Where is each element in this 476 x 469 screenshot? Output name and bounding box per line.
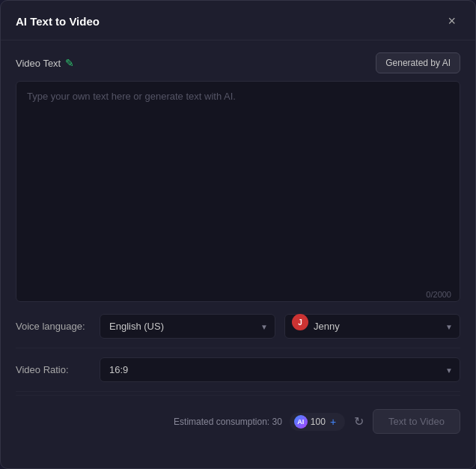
modal-body: Video Text ✎ Generated by AI 0/2000 Voic… <box>1 40 475 453</box>
refresh-button[interactable]: ↻ <box>353 414 365 429</box>
voice-language-select[interactable]: English (US) English (UK) Spanish French… <box>100 314 275 339</box>
modal-title: AI Text to Video <box>16 15 100 28</box>
consumption-value: 30 <box>272 417 282 427</box>
voice-language-label: Voice language: <box>16 321 91 332</box>
add-credits-button[interactable]: + <box>329 416 338 428</box>
modal-header: AI Text to Video × <box>1 1 475 40</box>
close-button[interactable]: × <box>443 13 460 29</box>
edit-icon[interactable]: ✎ <box>65 57 74 69</box>
modal-container: AI Text to Video × Video Text ✎ Generate… <box>0 0 476 469</box>
generated-by-ai-button[interactable]: Generated by AI <box>376 52 460 73</box>
ai-icon: AI <box>294 415 308 429</box>
footer-row: Estimated consumption: 30 AI 100 + ↻ Tex… <box>16 399 460 441</box>
text-to-video-button[interactable]: Text to Video <box>373 409 460 434</box>
footer-divider <box>16 395 460 396</box>
voice-select[interactable]: Jenny Aria Davis Guy Jane <box>284 314 460 339</box>
video-ratio-label: Video Ratio: <box>16 364 91 375</box>
video-ratio-row: Video Ratio: 16:9 9:16 1:1 4:3 ▼ <box>16 348 460 392</box>
voice-language-row: Voice language: English (US) English (UK… <box>16 305 460 348</box>
voice-language-select-wrapper: English (US) English (UK) Spanish French… <box>100 314 275 339</box>
video-ratio-select-wrapper: 16:9 9:16 1:1 4:3 ▼ <box>100 357 460 382</box>
video-text-label-row: Video Text ✎ Generated by AI <box>16 52 460 73</box>
ai-credit-badge: AI 100 + <box>290 413 345 431</box>
video-text-label: Video Text ✎ <box>16 57 74 69</box>
video-ratio-select[interactable]: 16:9 9:16 1:1 4:3 <box>100 357 460 382</box>
estimated-consumption-label: Estimated consumption: 30 <box>174 417 282 427</box>
ai-credits-value: 100 <box>311 417 326 427</box>
estimated-label-text: Estimated consumption: <box>174 417 269 427</box>
char-count: 0/2000 <box>426 290 451 299</box>
video-text-input[interactable] <box>16 81 460 302</box>
voice-select-wrapper: J Jenny Aria Davis Guy Jane ▼ <box>284 314 460 339</box>
textarea-wrapper: 0/2000 <box>16 81 460 305</box>
video-text-label-text: Video Text <box>16 58 61 69</box>
